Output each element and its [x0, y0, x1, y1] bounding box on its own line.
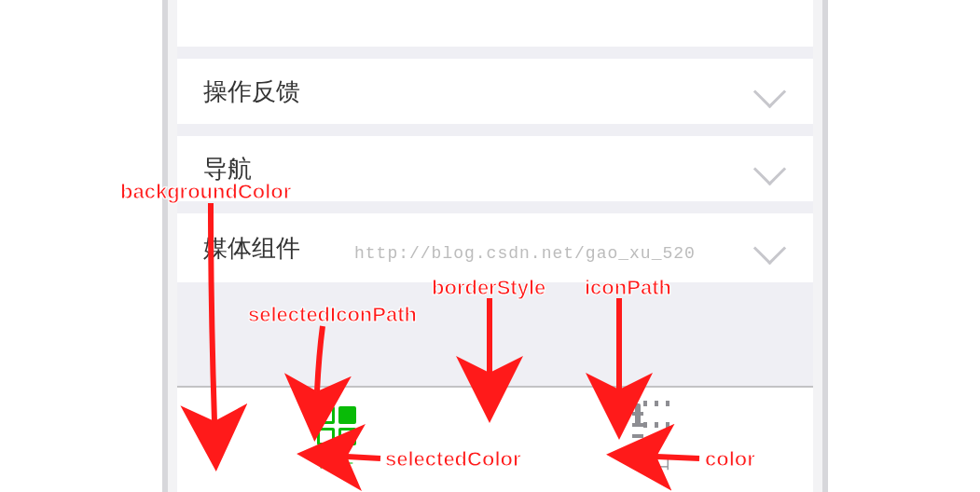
page-root: 操作反馈 导航 媒体组件 组件: [0, 0, 980, 492]
arrow-icon: [0, 0, 980, 492]
